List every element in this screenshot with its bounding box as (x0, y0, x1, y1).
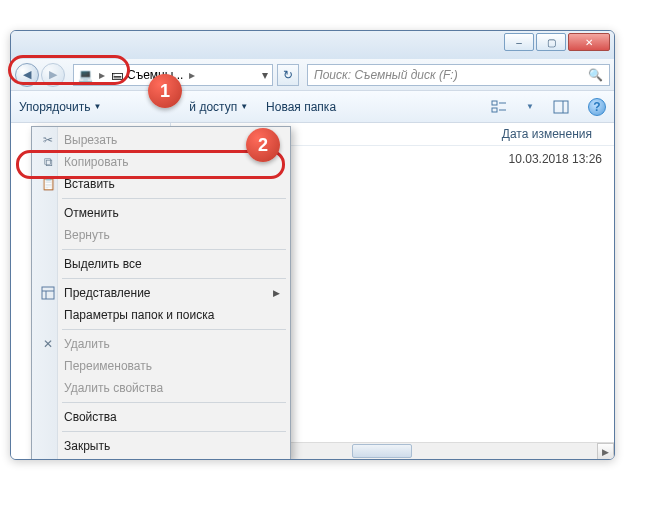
menu-separator (62, 198, 286, 199)
menu-paste[interactable]: 📋 Вставить (34, 173, 288, 195)
menu-removeprops-label: Удалить свойства (64, 381, 163, 395)
date-column-header[interactable]: Дата изменения (502, 127, 602, 141)
menu-separator (62, 278, 286, 279)
scroll-right-button[interactable]: ▶ (597, 443, 614, 459)
menu-separator (62, 329, 286, 330)
newfolder-label: Новая папка (266, 100, 336, 114)
dropdown-icon: ▼ (240, 102, 248, 111)
menu-copy[interactable]: ⧉ Копировать (34, 151, 288, 173)
titlebar: – ▢ ✕ (11, 31, 614, 59)
menu-view[interactable]: Представление ▶ (34, 282, 288, 304)
maximize-button[interactable]: ▢ (536, 33, 566, 51)
delete-icon: ✕ (40, 336, 56, 352)
menu-delete-label: Удалить (64, 337, 110, 351)
forward-button[interactable]: ▶ (41, 63, 65, 87)
organize-button[interactable]: Упорядочить ▼ (19, 100, 101, 114)
computer-icon: 💻 (78, 68, 93, 82)
address-dropdown-icon[interactable]: ▾ (262, 68, 268, 82)
svg-rect-0 (492, 101, 497, 105)
back-button[interactable]: ◀ (15, 63, 39, 87)
close-window-button[interactable]: ✕ (568, 33, 610, 51)
search-placeholder: Поиск: Съемный диск (F:) (314, 68, 458, 82)
command-bar: Упорядочить ▼ й доступ ▼ Новая папка ▼ ? (11, 91, 614, 123)
help-icon[interactable]: ? (588, 98, 606, 116)
menu-undo[interactable]: Отменить (34, 202, 288, 224)
menu-redo-label: Вернуть (64, 228, 110, 242)
view-icon (40, 285, 56, 301)
menu-properties-label: Свойства (64, 410, 117, 424)
scroll-thumb[interactable] (352, 444, 412, 458)
paste-icon: 📋 (40, 176, 56, 192)
navigation-bar: ◀ ▶ 💻 ▸ 🖴 Съемны... ▸ ▾ ↻ Поиск: Съемный… (11, 59, 614, 91)
menu-cut-label: Вырезать (64, 133, 117, 147)
address-sep-icon: ▸ (99, 68, 105, 82)
organize-menu: ✂ Вырезать ⧉ Копировать 📋 Вставить Отмен… (31, 126, 291, 460)
menu-rename[interactable]: Переименовать (34, 355, 288, 377)
menu-selectall-label: Выделить все (64, 257, 142, 271)
preview-pane-icon[interactable] (552, 98, 570, 116)
cut-icon: ✂ (40, 132, 56, 148)
menu-separator (62, 402, 286, 403)
search-input[interactable]: Поиск: Съемный диск (F:) 🔍 (307, 64, 610, 86)
file-date: 10.03.2018 13:26 (509, 152, 602, 166)
refresh-button[interactable]: ↻ (277, 64, 299, 86)
address-text: Съемны... (127, 68, 183, 82)
menu-separator (62, 249, 286, 250)
address-sep-icon: ▸ (189, 68, 195, 82)
menu-folderoptions-label: Параметры папок и поиска (64, 308, 214, 322)
menu-folder-options[interactable]: Параметры папок и поиска (34, 304, 288, 326)
menu-separator (62, 431, 286, 432)
explorer-window: – ▢ ✕ ◀ ▶ 💻 ▸ 🖴 Съемны... ▸ ▾ ↻ Поиск: С… (10, 30, 615, 460)
share-label: й доступ (189, 100, 237, 114)
menu-view-label: Представление (64, 286, 151, 300)
menu-cut[interactable]: ✂ Вырезать (34, 129, 288, 151)
organize-label: Упорядочить (19, 100, 90, 114)
address-bar[interactable]: 💻 ▸ 🖴 Съемны... ▸ ▾ (73, 64, 273, 86)
share-button[interactable]: й доступ ▼ (189, 100, 248, 114)
copy-icon: ⧉ (40, 154, 56, 170)
menu-undo-label: Отменить (64, 206, 119, 220)
menu-paste-label: Вставить (64, 177, 115, 191)
svg-rect-1 (492, 108, 497, 112)
submenu-arrow-icon: ▶ (273, 288, 280, 298)
menu-close[interactable]: Закрыть (34, 435, 288, 457)
new-folder-button[interactable]: Новая папка (266, 100, 336, 114)
menu-close-label: Закрыть (64, 439, 110, 453)
search-icon: 🔍 (588, 68, 603, 82)
menu-delete[interactable]: ✕ Удалить (34, 333, 288, 355)
menu-redo[interactable]: Вернуть (34, 224, 288, 246)
dropdown-icon: ▼ (93, 102, 101, 111)
dropdown-icon[interactable]: ▼ (526, 102, 534, 111)
minimize-button[interactable]: – (504, 33, 534, 51)
view-options-icon[interactable] (490, 98, 508, 116)
menu-select-all[interactable]: Выделить все (34, 253, 288, 275)
drive-icon: 🖴 (111, 68, 123, 82)
menu-rename-label: Переименовать (64, 359, 152, 373)
svg-rect-4 (554, 101, 568, 113)
menu-remove-props[interactable]: Удалить свойства (34, 377, 288, 399)
svg-rect-6 (42, 287, 54, 299)
menu-properties[interactable]: Свойства (34, 406, 288, 428)
menu-copy-label: Копировать (64, 155, 129, 169)
